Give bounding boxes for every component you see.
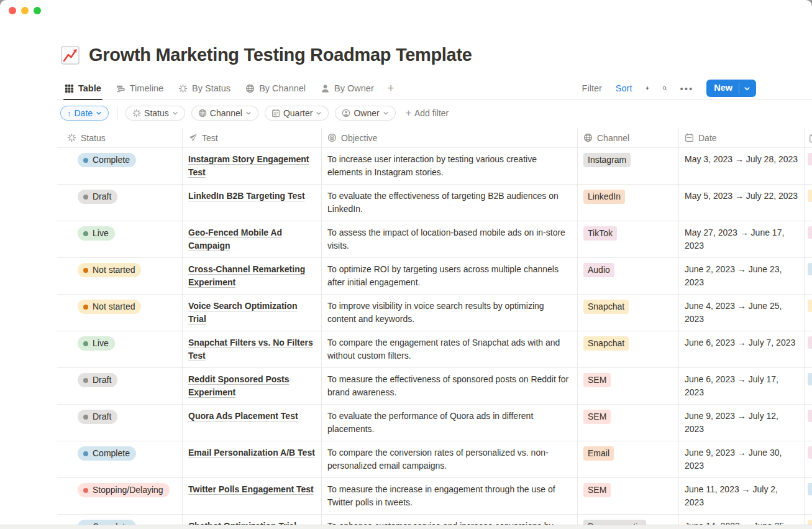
objective-text: To improve visibility in voice search re… <box>327 301 544 324</box>
database-table: Status Test Objective <box>57 128 812 529</box>
tab-label: By Owner <box>334 83 374 93</box>
filter-button[interactable]: Filter <box>578 81 606 96</box>
status-badge[interactable]: Live <box>78 336 115 351</box>
table-row[interactable]: Draft Reddit Sponsored Posts Experiment … <box>57 368 812 405</box>
table-row[interactable]: Draft LinkedIn B2B Targeting Test To eva… <box>57 185 812 221</box>
test-title-link[interactable]: Reddit Sponsored Posts Experiment <box>188 374 290 397</box>
filter-chip-quarter[interactable]: Quarter <box>265 106 329 121</box>
status-badge[interactable]: Not started <box>78 263 141 277</box>
objective-text: To compare the conversion rates of perso… <box>327 448 549 471</box>
add-filter-label: Add filter <box>414 108 449 118</box>
status-dot-icon <box>83 378 88 383</box>
test-title-link[interactable]: Snapchat Filters vs. No Filters Test <box>188 338 313 361</box>
column-header-quarter-partial[interactable] <box>805 128 812 147</box>
table-row[interactable]: Live Snapchat Filters vs. No Filters Tes… <box>57 331 812 368</box>
test-title-link[interactable]: Instagram Story Engagement Test <box>188 154 309 177</box>
column-header-label: Objective <box>341 133 377 143</box>
test-title-link[interactable]: Geo-Fenced Mobile Ad Campaign <box>188 228 282 251</box>
channel-tag[interactable]: SEM <box>583 373 611 387</box>
tab-by-status[interactable]: By Status <box>173 77 235 99</box>
status-dot-icon <box>83 415 88 420</box>
chevron-down-icon <box>383 110 389 116</box>
test-title-link[interactable]: LinkedIn B2B Targeting Test <box>188 191 305 201</box>
new-button[interactable]: New <box>706 80 756 97</box>
status-burst-icon <box>178 84 188 93</box>
table-row[interactable]: Not started Voice Search Optimization Tr… <box>57 295 812 331</box>
channel-tag[interactable]: Snapchat <box>583 336 629 351</box>
status-dot-icon <box>83 305 88 310</box>
column-header-test[interactable]: Test <box>183 128 322 147</box>
channel-tag[interactable]: Snapchat <box>583 300 629 314</box>
zoom-window-button[interactable] <box>34 7 41 14</box>
status-burst-icon <box>132 109 141 117</box>
timeline-icon <box>116 84 125 93</box>
sort-ascending-icon: ↑ <box>67 109 71 118</box>
test-title-link[interactable]: Twitter Polls Engagement Test <box>188 484 314 494</box>
column-header-label: Date <box>698 133 717 143</box>
column-header-status[interactable]: Status <box>57 128 183 147</box>
status-badge[interactable]: Draft <box>78 190 117 204</box>
channel-tag[interactable]: SEM <box>583 483 611 497</box>
table-row[interactable]: Not started Cross-Channel Remarketing Ex… <box>57 258 812 295</box>
test-title-link[interactable]: Cross-Channel Remarketing Experiment <box>188 264 305 287</box>
filter-chip-label: Status <box>144 108 169 118</box>
channel-tag[interactable]: Instagram <box>583 153 631 167</box>
view-tab-bar: Table Timeline By Status <box>57 77 812 100</box>
test-title-link[interactable]: Voice Search Optimization Trial <box>188 301 298 324</box>
close-window-button[interactable] <box>9 7 16 14</box>
test-title-link[interactable]: Email Personalization A/B Test <box>188 448 315 458</box>
more-ellipsis-icon[interactable]: ••• <box>677 83 696 94</box>
status-badge[interactable]: Complete <box>78 153 136 167</box>
column-header-date[interactable]: Date <box>679 128 805 147</box>
table-row[interactable]: Complete Instagram Story Engagement Test… <box>57 148 812 185</box>
status-dot-icon <box>83 195 88 200</box>
lightning-icon[interactable] <box>642 83 653 94</box>
test-title-link[interactable]: Quora Ads Placement Test <box>188 411 298 421</box>
chart-increasing-emoji-icon <box>60 45 80 65</box>
page-title: Growth Marketing Testing Roadmap Templat… <box>89 45 472 65</box>
sort-button[interactable]: Sort <box>612 81 636 96</box>
chevron-down-icon <box>245 110 252 116</box>
filter-chip-owner[interactable]: Owner <box>335 106 395 121</box>
date-range-text: June 6, 2023 → July 17, 2023 <box>685 374 778 397</box>
tab-label: Table <box>78 83 101 93</box>
calendar-icon <box>271 109 280 117</box>
channel-tag[interactable]: SEM <box>583 410 611 424</box>
column-header-channel[interactable]: Channel <box>578 128 679 147</box>
tab-table[interactable]: Table <box>60 77 106 99</box>
person-circle-icon <box>342 109 350 117</box>
status-badge[interactable]: Draft <box>78 410 117 424</box>
add-filter-button[interactable]: + Add filter <box>402 106 453 121</box>
filter-chip-channel[interactable]: Channel <box>191 106 258 121</box>
channel-tag[interactable]: Audio <box>583 263 614 277</box>
table-row[interactable]: Stopping/Delaying Twitter Polls Engageme… <box>57 478 812 515</box>
quarter-tag-partial <box>808 446 812 459</box>
status-badge[interactable]: Not started <box>78 300 141 314</box>
status-badge[interactable]: Complete <box>78 446 136 461</box>
sort-chip-date[interactable]: ↑ Date <box>60 106 109 121</box>
tab-by-channel[interactable]: By Channel <box>240 77 311 99</box>
status-badge[interactable]: Draft <box>78 373 117 387</box>
channel-tag[interactable]: Email <box>583 446 614 461</box>
tab-timeline[interactable]: Timeline <box>111 77 168 99</box>
status-badge[interactable]: Stopping/Delaying <box>78 483 170 497</box>
table-row[interactable]: Complete Email Personalization A/B Test … <box>57 441 812 478</box>
quarter-tag-partial <box>808 263 812 275</box>
minimize-window-button[interactable] <box>21 7 29 14</box>
table-row[interactable]: Live Geo-Fenced Mobile Ad Campaign To as… <box>57 221 812 258</box>
page-header: Growth Marketing Testing Roadmap Templat… <box>60 45 472 65</box>
channel-tag[interactable]: TikTok <box>583 226 617 241</box>
column-header-objective[interactable]: Objective <box>322 128 578 147</box>
new-dropdown-chevron-icon[interactable] <box>739 80 756 97</box>
tab-label: By Channel <box>259 83 306 93</box>
chevron-down-icon <box>172 110 178 116</box>
objective-text: To optimize ROI by targeting users acros… <box>327 264 559 287</box>
status-badge[interactable]: Live <box>78 226 115 241</box>
filter-chip-status[interactable]: Status <box>125 106 185 121</box>
channel-tag[interactable]: LinkedIn <box>583 190 625 204</box>
calendar-icon <box>809 134 812 143</box>
search-icon[interactable] <box>659 83 670 94</box>
table-row[interactable]: Draft Quora Ads Placement Test To evalua… <box>57 405 812 441</box>
tab-by-owner[interactable]: By Owner <box>316 77 379 99</box>
add-view-button[interactable]: + <box>384 82 398 95</box>
